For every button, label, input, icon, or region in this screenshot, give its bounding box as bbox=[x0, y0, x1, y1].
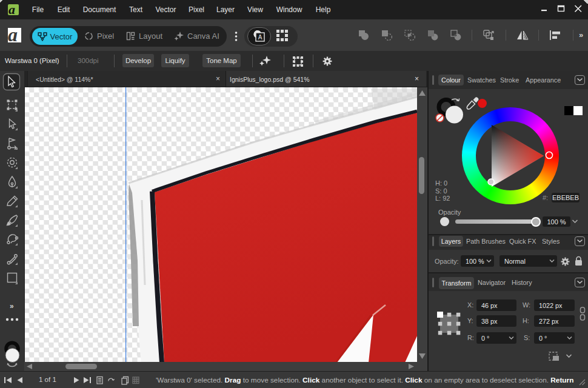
svg-text:A: A bbox=[258, 34, 262, 41]
svg-text:»: » bbox=[10, 302, 14, 310]
